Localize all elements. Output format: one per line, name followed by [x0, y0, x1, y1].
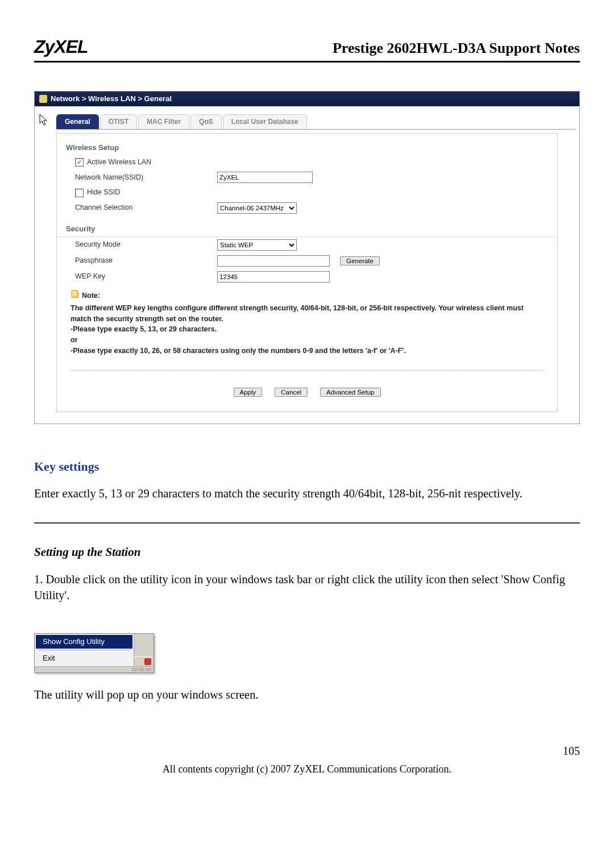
passphrase-label: Passphrase — [75, 256, 217, 266]
wep-key-label: WEP Key — [75, 272, 217, 282]
breadcrumb-text: Network > Wireless LAN > General — [51, 94, 172, 104]
note-body: The different WEP key lengths configure … — [70, 303, 544, 356]
note-icon — [70, 289, 80, 302]
wep-key-input[interactable] — [217, 271, 330, 283]
row-wep-key: WEP Key — [57, 269, 557, 285]
context-menu-screenshot: Show Config Utility Exit — [34, 633, 154, 673]
tray-icon[interactable] — [144, 658, 151, 665]
hide-ssid-checkbox[interactable] — [75, 189, 84, 197]
router-config-panel: Network > Wireless LAN > General General… — [34, 91, 580, 424]
breadcrumb-icon — [39, 95, 47, 103]
page-footer: 105 All contents copyright (c) 2007 ZyXE… — [34, 743, 580, 776]
passphrase-input[interactable] — [217, 255, 330, 267]
separator — [34, 522, 580, 524]
brand-logo: ZyXEL — [34, 34, 88, 60]
cursor-icon — [38, 113, 49, 127]
system-tray — [134, 657, 154, 666]
active-wlan-checkbox[interactable]: ✓ — [75, 158, 84, 167]
tab-mac-filter[interactable]: MAC Filter — [138, 114, 189, 129]
channel-select[interactable]: Channel-06 2437MHz — [217, 202, 297, 214]
note-block: Note: The different WEP key lengths conf… — [57, 285, 557, 356]
row-security-mode: Security Mode Static WEP — [57, 237, 557, 253]
key-settings-text: Enter exactly 5, 13 or 29 characters to … — [34, 485, 580, 502]
page-number: 105 — [34, 743, 580, 759]
svg-rect-0 — [72, 290, 77, 297]
action-buttons: Apply Cancel Advanced Setup — [70, 370, 544, 402]
cancel-button[interactable]: Cancel — [275, 388, 308, 397]
menu-show-config[interactable]: Show Config Utility — [36, 635, 132, 649]
tab-general[interactable]: General — [56, 114, 99, 129]
row-ssid: Network Name(SSID) — [57, 169, 557, 185]
copyright: All contents copyright (c) 2007 ZyXEL Co… — [34, 762, 580, 776]
page-header: ZyXEL Prestige 2602HWL-D3A Support Notes — [34, 34, 580, 63]
advanced-setup-button[interactable]: Advanced Setup — [320, 388, 380, 397]
security-mode-label: Security Mode — [75, 240, 217, 250]
tab-qos[interactable]: QoS — [190, 114, 222, 129]
security-mode-select[interactable]: Static WEP — [217, 239, 297, 251]
channel-label: Channel Selection — [75, 203, 217, 213]
row-active-wlan: ✓ Active Wireless LAN — [57, 155, 557, 170]
row-passphrase: Passphrase Generate — [57, 253, 557, 269]
station-heading: Setting up the Station — [34, 544, 580, 560]
ssid-input[interactable] — [217, 172, 313, 183]
station-step-1: 1. Double click on the utility icon in y… — [34, 571, 580, 604]
breadcrumb: Network > Wireless LAN > General — [35, 92, 579, 106]
station-followup: The utility will pop up on your windows … — [34, 687, 580, 703]
active-wlan-label: Active Wireless LAN — [87, 157, 151, 168]
wireless-setup-title: Wireless Setup — [57, 138, 557, 155]
key-settings-heading: Key settings — [34, 458, 580, 476]
tab-local-user-db[interactable]: Local User Database — [223, 114, 307, 129]
menu-separator — [38, 650, 130, 650]
note-title: Note: — [82, 290, 100, 301]
menu-exit[interactable]: Exit — [36, 651, 132, 665]
settings-card: Wireless Setup ✓ Active Wireless LAN Net… — [56, 133, 558, 412]
row-channel: Channel Selection Channel-06 2437MHz — [57, 200, 557, 216]
generate-button[interactable]: Generate — [340, 256, 380, 265]
security-title: Security — [57, 216, 557, 237]
apply-button[interactable]: Apply — [234, 388, 263, 397]
ssid-label: Network Name(SSID) — [75, 173, 217, 183]
taskbar-strip — [35, 666, 154, 672]
doc-title: Prestige 2602HWL-D3A Support Notes — [333, 38, 580, 59]
row-hide-ssid: Hide SSID — [57, 185, 557, 200]
tabs-area: General OTIST MAC Filter QoS Local User … — [35, 106, 579, 130]
hide-ssid-label: Hide SSID — [87, 188, 120, 198]
tab-otist[interactable]: OTIST — [100, 114, 137, 129]
tabs: General OTIST MAC Filter QoS Local User … — [56, 114, 576, 130]
